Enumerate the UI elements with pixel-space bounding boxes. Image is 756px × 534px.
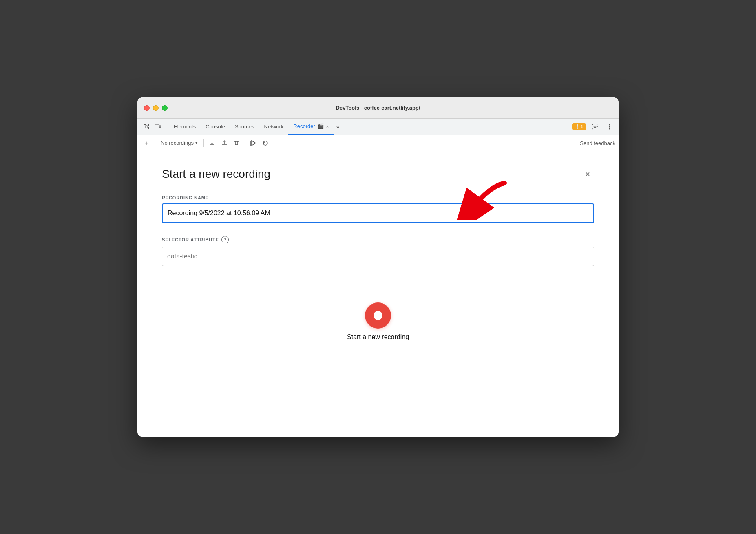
recorder-toolbar: + No recordings ▾ — [137, 135, 619, 151]
toolbar-divider-3 — [245, 139, 245, 147]
toolbar-divider-1 — [155, 139, 155, 147]
selector-attribute-field: SELECTOR ATTRIBUTE ? — [162, 236, 594, 266]
dialog-title: Start a new recording — [162, 168, 270, 181]
start-recording-section: Start a new recording — [162, 302, 594, 341]
start-recording-label: Start a new recording — [347, 333, 409, 341]
selector-attribute-label: SELECTOR ATTRIBUTE — [162, 237, 219, 242]
toolbar-divider-2 — [203, 139, 204, 147]
tab-console[interactable]: Console — [201, 119, 230, 135]
svg-point-4 — [609, 124, 610, 125]
more-tabs-button[interactable]: » — [334, 124, 342, 130]
add-recording-button[interactable]: + — [141, 137, 152, 149]
recording-name-input[interactable] — [162, 203, 594, 223]
devtools-tabs-bar: Elements Console Sources Network Recorde… — [137, 119, 619, 135]
recording-name-field: RECORDING NAME — [162, 195, 594, 236]
close-window-button[interactable] — [144, 105, 150, 111]
svg-marker-7 — [252, 141, 256, 146]
minimize-window-button[interactable] — [153, 105, 159, 111]
selector-label-row: SELECTOR ATTRIBUTE ? — [162, 236, 594, 243]
play-recording-button[interactable] — [248, 137, 259, 149]
tab-sources[interactable]: Sources — [230, 119, 259, 135]
recorder-tab-close[interactable]: × — [326, 124, 329, 129]
title-bar: DevTools - coffee-cart.netlify.app/ — [137, 97, 619, 119]
recording-name-label: RECORDING NAME — [162, 195, 594, 200]
svg-point-6 — [609, 128, 610, 129]
replay-button[interactable] — [260, 137, 271, 149]
delete-recording-button[interactable] — [231, 137, 242, 149]
svg-point-5 — [609, 126, 610, 127]
devtools-window: DevTools - coffee-cart.netlify.app/ Elem… — [137, 97, 619, 437]
device-toolbar-icon[interactable] — [152, 121, 164, 132]
window-title: DevTools - coffee-cart.netlify.app/ — [336, 105, 420, 111]
issues-badge[interactable]: ❕1 — [572, 123, 586, 130]
traffic-lights — [144, 105, 168, 111]
svg-rect-1 — [155, 125, 159, 128]
svg-rect-0 — [145, 126, 148, 128]
svg-rect-2 — [159, 126, 161, 128]
svg-point-3 — [594, 126, 596, 128]
settings-icon[interactable] — [589, 121, 601, 132]
recordings-dropdown[interactable]: No recordings ▾ — [157, 138, 201, 148]
import-recording-button[interactable] — [219, 137, 230, 149]
tab-divider — [166, 123, 166, 131]
dialog-close-button[interactable]: × — [581, 168, 594, 181]
inspect-element-icon[interactable] — [141, 121, 152, 132]
content-area: Start a new recording × RECORDING NAME — [137, 151, 619, 437]
section-divider — [162, 286, 594, 286]
maximize-window-button[interactable] — [162, 105, 168, 111]
recorder-toolbar-right: Send feedback — [580, 139, 615, 147]
selector-attribute-input[interactable] — [162, 247, 594, 266]
more-options-icon[interactable] — [604, 121, 615, 132]
start-recording-button[interactable] — [365, 302, 391, 329]
tab-recorder[interactable]: Recorder 🎬 × — [288, 119, 334, 135]
tabs-right-actions: ❕1 — [572, 121, 615, 132]
recording-name-input-wrapper — [162, 203, 594, 236]
record-button-inner — [374, 311, 382, 320]
dialog-header: Start a new recording × — [162, 168, 594, 181]
selector-help-icon[interactable]: ? — [221, 236, 229, 243]
send-feedback-link[interactable]: Send feedback — [580, 140, 615, 146]
export-recording-button[interactable] — [206, 137, 218, 149]
tab-elements[interactable]: Elements — [169, 119, 201, 135]
tab-network[interactable]: Network — [259, 119, 289, 135]
